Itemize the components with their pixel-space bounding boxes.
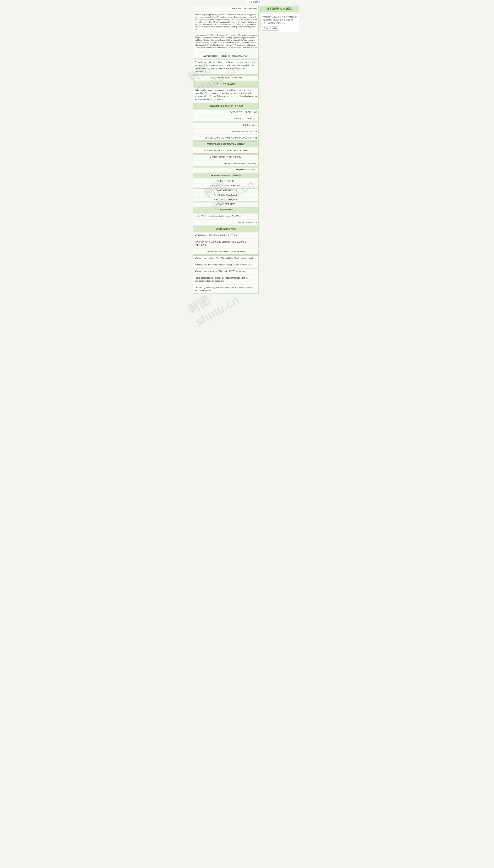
intro-block: Being given to understand that there exi… [193, 59, 259, 75]
training-label: TRAINING ATTENDED (培训经历) [193, 173, 259, 178]
work-exp-1: ● Worked as a waiter In Guilin Shangri-l… [193, 255, 259, 261]
customer-service-label: CUSTOMER SERVICE [193, 226, 259, 232]
promotion-training-block: ● PROMOTION TRAINING(3M CHINA LIMITED) W… [193, 239, 259, 248]
gender-block: GENDER : MALE [193, 122, 259, 128]
basic-info-tag: Basic Infomation [262, 26, 279, 31]
training-item-5: 5.SELLING TECHNIQUES [193, 198, 259, 202]
language-known-block: CHINA LANGUAGE KNOWN: MANDARIN ENGLISH(F… [193, 135, 259, 141]
training-item-6: 6.COMPUTER BASIS [193, 202, 259, 206]
email-block-1: Email BOX: [email protected] /* <![CDATA… [193, 12, 259, 32]
objective-label: OBJECTIVE (求职意向) [193, 81, 259, 87]
resume-content: ADDRESS: Yue Yang Hunan Email BOX: [emai… [193, 6, 259, 294]
work-exp-3: ● Worked as a promoter in 3M CHINA LIMIT… [193, 269, 259, 274]
major-block: (MAJOR:TOURISM MANAGEMENT） [193, 161, 259, 166]
emergency-training-block: 7.EMERGENCY TRAINING CROSS TRAINING [193, 249, 259, 255]
sub-block: SUB:Applyication for suitable job(寻找合适的工… [193, 53, 259, 59]
address-block: ADDRESS: Yue Yang Hunan [193, 6, 259, 12]
training-item-4: 4.PROFESSIONAL IMAGE [193, 193, 259, 197]
center-title-box: 基本版英语个人简历范文 [261, 6, 299, 12]
language-skills-text: English(Well) Hear & Speak(Well). Read &… [193, 213, 259, 219]
resume-label: RESUME [247, 0, 263, 4]
training-item-3: 3.COMPLAINT HANDLING [193, 188, 259, 193]
training-item-2: 2.BASIC FOOD SAFETY HYGIENE [193, 184, 259, 188]
respected-sir-block: Respected sir: 自我介绍: [193, 167, 259, 172]
guilin-institute-block: ● GUILIN INSTITUTE OF TOURSIM [193, 155, 259, 160]
right-info-description: 本文是由个人简历网个人简历范文顾问为大家提供的《基本版英语个人简历范文》，希望对… [262, 16, 297, 25]
language-skills-label: Language skills [193, 207, 259, 213]
education-label: EDUCATIONAL QUALIFICATION (教育认证 [193, 141, 259, 147]
sales-exp-block: I got a lot of sales experience .I also … [193, 275, 259, 284]
right-panel: 基本版英语个人简历范文 本文是由个人简历网个人简历范文顾问为大家提供的《基本版英… [261, 6, 299, 32]
dob-block: DATE OF BITH : 2th SEP. 1990 [193, 110, 259, 115]
pobox-block: P.O.BOX:541006 MOB: 1356820 004 [193, 75, 259, 80]
nationality-block: NATIONALITY : CHINESE [193, 116, 259, 122]
work-exp-2: ● Worked as a trainee in ShenZhen Shangr… [193, 262, 259, 268]
marital-block: MARITAL STATUS : SINGLE [193, 129, 259, 134]
objective-text: To be a part of an up growing company th… [193, 87, 259, 103]
training-item-1: 1.HEALTH SAFETY [193, 179, 259, 183]
page-container: 树图shutu.cn 树图shutu.cn 树图shutu.cn RESUME … [193, 0, 301, 294]
training-shenzhen-block: ● TRAINING(SHENZHEN SHANGRI-LA HOTEL) [193, 233, 259, 238]
english-grade-block: English Grade: CET-6 [193, 220, 259, 225]
closing-block: I am looking forwad to your early confir… [193, 285, 259, 294]
email-block-2: [email protected] /* <![CDATA[ */!functi… [193, 33, 259, 52]
secondary-school-block: ● SECONDARY SCHOOL FROM GOVT OF CHINA [193, 148, 259, 153]
personal-info-label: PERSONAL INFORMATION (个人信息) [193, 103, 259, 109]
right-info-box: 本文是由个人简历网个人简历范文顾问为大家提供的《基本版英语个人简历范文》，希望对… [261, 14, 299, 32]
